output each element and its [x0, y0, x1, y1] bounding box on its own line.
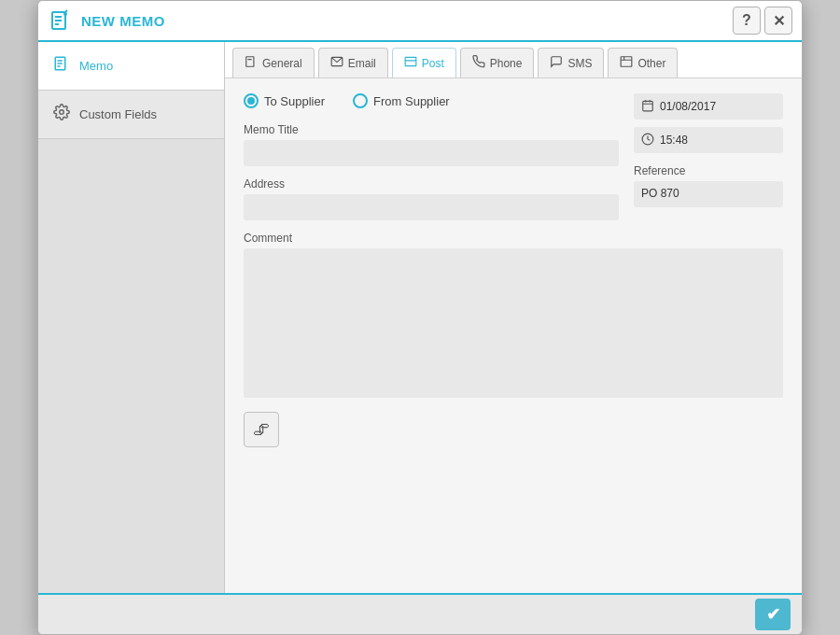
- title-actions: ? ✕: [733, 7, 792, 35]
- attach-button[interactable]: 🖇: [244, 412, 279, 447]
- memo-title-group: Memo Title: [244, 123, 619, 166]
- title-icon: [48, 7, 74, 34]
- tab-sms-label: SMS: [567, 57, 592, 70]
- tab-other[interactable]: Other: [608, 48, 678, 78]
- sidebar-item-custom-fields[interactable]: Custom Fields: [38, 91, 224, 139]
- dialog-title: NEW MEMO: [81, 13, 733, 29]
- tab-sms[interactable]: SMS: [538, 48, 604, 78]
- email-tab-icon: [330, 55, 343, 71]
- tab-general-label: General: [262, 57, 302, 70]
- dialog-body: Memo Custom Fields Ge: [38, 42, 802, 593]
- svg-line-5: [65, 10, 67, 12]
- memo-title-label: Memo Title: [244, 123, 619, 136]
- from-supplier-option[interactable]: From Supplier: [353, 93, 450, 108]
- svg-point-10: [60, 110, 64, 115]
- reference-value: PO 870: [634, 181, 783, 207]
- address-input[interactable]: [244, 194, 619, 220]
- new-memo-dialog: NEW MEMO ? ✕ Memo: [37, 0, 803, 635]
- tab-email[interactable]: Email: [318, 48, 388, 78]
- tab-phone-label: Phone: [490, 57, 523, 70]
- other-tab-icon: [620, 55, 633, 71]
- left-column: To Supplier From Supplier Memo Title: [244, 93, 619, 232]
- reference-label: Reference: [634, 164, 783, 177]
- memo-title-input[interactable]: [244, 140, 619, 166]
- to-supplier-radio[interactable]: [244, 93, 259, 108]
- sms-tab-icon: [550, 55, 563, 71]
- sidebar: Memo Custom Fields: [38, 42, 225, 593]
- dialog-footer: ✔: [38, 593, 802, 634]
- tab-post[interactable]: Post: [392, 48, 456, 78]
- comment-group: Comment: [244, 232, 783, 401]
- general-tab-icon: [245, 55, 258, 71]
- form-area: To Supplier From Supplier Memo Title: [225, 78, 802, 593]
- comment-label: Comment: [244, 232, 783, 245]
- from-supplier-label: From Supplier: [373, 94, 450, 108]
- confirm-button[interactable]: ✔: [755, 599, 791, 630]
- title-bar: NEW MEMO ? ✕: [38, 1, 802, 42]
- phone-tab-icon: [472, 55, 485, 71]
- date-value: 01/08/2017: [660, 100, 716, 113]
- svg-rect-16: [622, 57, 633, 67]
- tab-email-label: Email: [348, 57, 376, 70]
- svg-rect-11: [246, 57, 254, 67]
- time-field[interactable]: 15:48: [634, 127, 783, 153]
- main-content: General Email Post: [225, 42, 802, 593]
- to-supplier-label: To Supplier: [264, 94, 325, 108]
- custom-fields-icon: [53, 104, 70, 125]
- date-field[interactable]: 01/08/2017: [634, 93, 783, 120]
- tab-phone[interactable]: Phone: [460, 48, 535, 78]
- address-label: Address: [244, 177, 619, 190]
- comment-textarea[interactable]: [244, 248, 783, 398]
- tab-other-label: Other: [637, 57, 665, 70]
- time-value: 15:48: [660, 134, 688, 147]
- help-button[interactable]: ?: [733, 7, 761, 35]
- svg-rect-19: [643, 101, 653, 111]
- right-column: 01/08/2017 15:48 Reference PO 870: [634, 93, 783, 232]
- tabs-bar: General Email Post: [225, 42, 802, 78]
- tab-post-label: Post: [422, 57, 444, 70]
- to-supplier-option[interactable]: To Supplier: [244, 93, 325, 108]
- sidebar-custom-fields-label: Custom Fields: [79, 107, 157, 121]
- clock-icon: [641, 133, 654, 148]
- svg-point-4: [63, 12, 67, 16]
- calendar-icon: [641, 99, 654, 115]
- svg-rect-14: [405, 57, 416, 65]
- top-section: To Supplier From Supplier Memo Title: [244, 93, 783, 232]
- close-button[interactable]: ✕: [764, 7, 792, 35]
- from-supplier-radio[interactable]: [353, 93, 368, 108]
- address-group: Address: [244, 177, 619, 220]
- tab-general[interactable]: General: [232, 48, 315, 78]
- sidebar-memo-label: Memo: [79, 59, 113, 73]
- paperclip-icon: 🖇: [253, 420, 270, 440]
- memo-icon: [53, 55, 70, 77]
- sidebar-item-memo[interactable]: Memo: [38, 42, 224, 91]
- direction-radio-group: To Supplier From Supplier: [244, 93, 619, 108]
- post-tab-icon: [404, 55, 417, 71]
- checkmark-icon: ✔: [766, 604, 780, 625]
